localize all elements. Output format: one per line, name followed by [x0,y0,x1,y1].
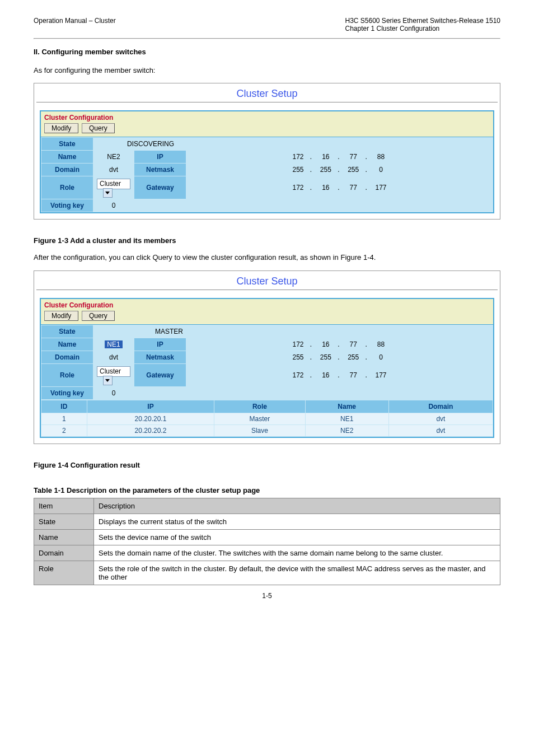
query-button[interactable]: Query [82,123,115,133]
page-title: Cluster Setup [34,271,500,290]
label-ip: IP [134,151,186,164]
value-name[interactable]: NE2 [93,151,134,164]
value-votingkey[interactable]: 0 [93,199,134,212]
label-gateway: Gateway [134,363,186,386]
figure-1-4-caption: Figure 1-4 Configuration result [34,461,500,469]
param-col-desc: Description [94,498,500,514]
value-domain[interactable]: dvt [93,351,134,363]
label-domain: Domain [41,351,93,363]
chevron-down-icon[interactable] [103,188,113,198]
param-col-item: Item [34,498,94,514]
label-ip: IP [134,338,186,351]
page-title: Cluster Setup [34,83,500,102]
page-number: 1-5 [34,592,500,600]
value-role[interactable]: Cluster [93,176,134,199]
table-row: 2 20.20.20.2 Slave NE2 dvt [41,424,493,436]
chevron-down-icon[interactable] [103,376,113,385]
value-ip[interactable]: 172. 16. 77. 88 [186,151,493,164]
section-intro: As for configuring the member switch: [34,65,500,76]
label-state: State [41,138,93,151]
query-button[interactable]: Query [82,311,115,321]
value-votingkey[interactable]: 0 [93,386,134,399]
col-name: Name [305,400,388,413]
table-row: StateDisplays the current status of the … [34,514,500,529]
value-state: DISCOVERING [93,138,493,151]
modify-button[interactable]: Modify [44,123,78,133]
label-name: Name [41,338,93,351]
col-ip: IP [87,400,214,413]
col-id: ID [41,400,87,413]
label-role: Role [41,176,93,199]
header-right-2: Chapter 1 Cluster Configuration [345,25,440,32]
label-votingkey: Voting key [41,199,93,212]
table-1-1-caption: Table 1-1 Description on the parameters … [34,486,500,494]
col-domain: Domain [388,400,493,413]
label-netmask: Netmask [134,351,186,363]
section-heading: II. Configuring member switches [34,48,146,56]
value-gateway[interactable]: 172. 16. 77. 177 [186,363,493,386]
modify-button[interactable]: Modify [44,311,78,321]
table-row: RoleSets the role of the switch in the c… [34,561,500,585]
param-table: Item Description StateDisplays the curre… [34,498,500,585]
value-domain[interactable]: dvt [93,164,134,176]
table-row: DomainSets the domain name of the cluste… [34,545,500,561]
value-state: MASTER [93,325,493,338]
panel-title: Cluster Configuration [44,114,490,122]
label-gateway: Gateway [134,176,186,199]
panel-title: Cluster Configuration [44,301,490,309]
label-votingkey: Voting key [41,386,93,399]
label-role: Role [41,363,93,386]
table-row: 1 20.20.20.1 Master NE1 dvt [41,413,493,424]
label-netmask: Netmask [134,164,186,176]
figure-1-3-screenshot: Cluster Setup Cluster Configuration Modi… [34,83,500,220]
value-netmask[interactable]: 255. 255. 255. 0 [186,351,493,363]
table-row: NameSets the device name of the switch [34,529,500,545]
label-state: State [41,325,93,338]
value-role[interactable]: Cluster [93,363,134,386]
col-role: Role [214,400,305,413]
header-right-1: H3C S5600 Series Ethernet Switches-Relea… [345,17,501,25]
value-gateway[interactable]: 172. 16. 77. 177 [186,176,493,199]
value-ip[interactable]: 172. 16. 77. 88 [186,338,493,351]
header-left: Operation Manual – Cluster [34,17,116,25]
figure-1-3-caption: Figure 1-3 Add a cluster and its members [34,236,500,245]
member-table: ID IP Role Name Domain 1 20.20.20.1 Mast… [41,400,493,437]
mid-paragraph: After the configuration, you can click Q… [34,252,500,263]
figure-1-4-screenshot: Cluster Setup Cluster Configuration Modi… [34,270,500,444]
label-name: Name [41,151,93,164]
label-domain: Domain [41,164,93,176]
value-netmask[interactable]: 255. 255. 255. 0 [186,164,493,176]
value-name[interactable]: NE1 [93,338,134,351]
